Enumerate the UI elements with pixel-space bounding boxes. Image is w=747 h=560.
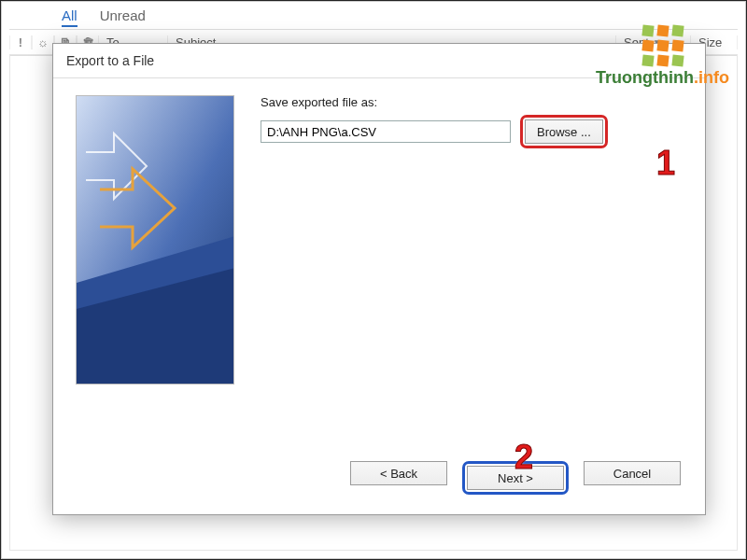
watermark: Truongthinh.info bbox=[596, 25, 729, 88]
browse-highlight: Browse ... bbox=[520, 115, 608, 148]
save-as-label: Save exported file as: bbox=[261, 95, 683, 109]
cancel-button[interactable]: Cancel bbox=[584, 461, 681, 485]
export-to-file-dialog: Export to a File Save exported file as bbox=[52, 43, 706, 515]
annotation-step-2: 2 bbox=[514, 438, 533, 477]
wizard-banner-image bbox=[76, 95, 234, 385]
tab-all[interactable]: All bbox=[62, 7, 78, 27]
watermark-text: Truongthinh.info bbox=[596, 68, 729, 88]
back-button[interactable]: < Back bbox=[350, 461, 447, 485]
reminder-icon[interactable]: ☼ bbox=[32, 35, 54, 49]
tab-unread[interactable]: Unread bbox=[100, 7, 146, 27]
annotation-step-1: 1 bbox=[656, 144, 675, 183]
export-file-path-input[interactable] bbox=[261, 120, 511, 143]
browse-button[interactable]: Browse ... bbox=[525, 119, 603, 144]
watermark-logo-icon bbox=[642, 25, 684, 66]
flag-icon[interactable]: ! bbox=[9, 35, 32, 49]
